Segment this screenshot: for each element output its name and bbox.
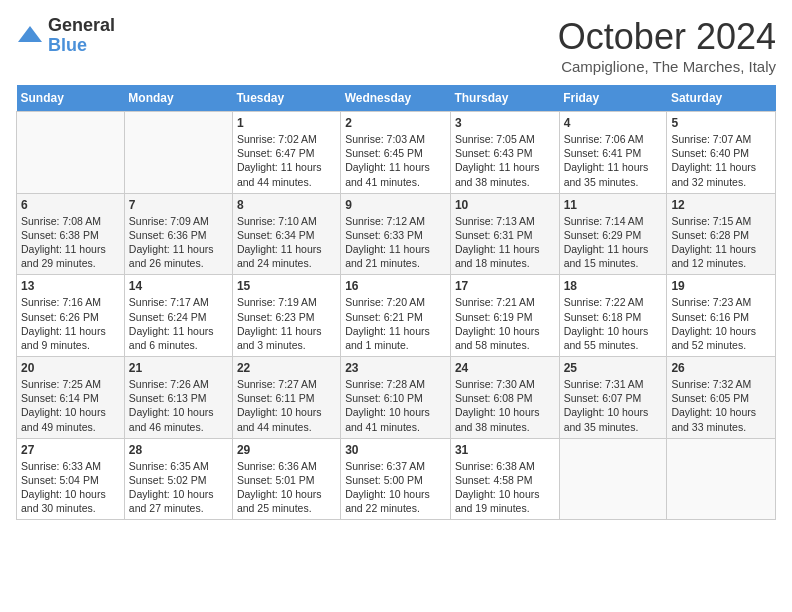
day-number: 28 <box>129 443 228 457</box>
day-info: Sunrise: 7:12 AM Sunset: 6:33 PM Dayligh… <box>345 214 446 271</box>
calendar-cell: 16Sunrise: 7:20 AM Sunset: 6:21 PM Dayli… <box>341 275 451 357</box>
calendar-cell: 27Sunrise: 6:33 AM Sunset: 5:04 PM Dayli… <box>17 438 125 520</box>
day-number: 9 <box>345 198 446 212</box>
day-number: 12 <box>671 198 771 212</box>
day-number: 11 <box>564 198 663 212</box>
day-number: 10 <box>455 198 555 212</box>
day-info: Sunrise: 7:07 AM Sunset: 6:40 PM Dayligh… <box>671 132 771 189</box>
day-number: 22 <box>237 361 336 375</box>
calendar-cell: 13Sunrise: 7:16 AM Sunset: 6:26 PM Dayli… <box>17 275 125 357</box>
day-info: Sunrise: 7:08 AM Sunset: 6:38 PM Dayligh… <box>21 214 120 271</box>
day-info: Sunrise: 7:14 AM Sunset: 6:29 PM Dayligh… <box>564 214 663 271</box>
calendar-cell: 26Sunrise: 7:32 AM Sunset: 6:05 PM Dayli… <box>667 357 776 439</box>
calendar-cell: 25Sunrise: 7:31 AM Sunset: 6:07 PM Dayli… <box>559 357 667 439</box>
calendar-cell: 15Sunrise: 7:19 AM Sunset: 6:23 PM Dayli… <box>232 275 340 357</box>
location: Campiglione, The Marches, Italy <box>558 58 776 75</box>
day-number: 31 <box>455 443 555 457</box>
day-info: Sunrise: 7:28 AM Sunset: 6:10 PM Dayligh… <box>345 377 446 434</box>
day-number: 18 <box>564 279 663 293</box>
calendar-cell: 19Sunrise: 7:23 AM Sunset: 6:16 PM Dayli… <box>667 275 776 357</box>
calendar-week-row: 13Sunrise: 7:16 AM Sunset: 6:26 PM Dayli… <box>17 275 776 357</box>
day-info: Sunrise: 7:20 AM Sunset: 6:21 PM Dayligh… <box>345 295 446 352</box>
svg-marker-0 <box>18 26 42 42</box>
day-number: 3 <box>455 116 555 130</box>
logo: General Blue <box>16 16 115 56</box>
col-header-sunday: Sunday <box>17 85 125 112</box>
calendar-cell: 22Sunrise: 7:27 AM Sunset: 6:11 PM Dayli… <box>232 357 340 439</box>
day-info: Sunrise: 6:36 AM Sunset: 5:01 PM Dayligh… <box>237 459 336 516</box>
day-number: 29 <box>237 443 336 457</box>
calendar-cell: 14Sunrise: 7:17 AM Sunset: 6:24 PM Dayli… <box>124 275 232 357</box>
month-title: October 2024 <box>558 16 776 58</box>
calendar-week-row: 27Sunrise: 6:33 AM Sunset: 5:04 PM Dayli… <box>17 438 776 520</box>
calendar-table: SundayMondayTuesdayWednesdayThursdayFrid… <box>16 85 776 520</box>
col-header-friday: Friday <box>559 85 667 112</box>
day-number: 1 <box>237 116 336 130</box>
day-info: Sunrise: 7:05 AM Sunset: 6:43 PM Dayligh… <box>455 132 555 189</box>
col-header-thursday: Thursday <box>450 85 559 112</box>
calendar-cell: 3Sunrise: 7:05 AM Sunset: 6:43 PM Daylig… <box>450 112 559 194</box>
title-section: October 2024 Campiglione, The Marches, I… <box>558 16 776 75</box>
col-header-wednesday: Wednesday <box>341 85 451 112</box>
day-info: Sunrise: 7:13 AM Sunset: 6:31 PM Dayligh… <box>455 214 555 271</box>
calendar-cell: 17Sunrise: 7:21 AM Sunset: 6:19 PM Dayli… <box>450 275 559 357</box>
day-number: 5 <box>671 116 771 130</box>
calendar-header-row: SundayMondayTuesdayWednesdayThursdayFrid… <box>17 85 776 112</box>
day-info: Sunrise: 7:26 AM Sunset: 6:13 PM Dayligh… <box>129 377 228 434</box>
calendar-cell: 6Sunrise: 7:08 AM Sunset: 6:38 PM Daylig… <box>17 193 125 275</box>
day-info: Sunrise: 6:33 AM Sunset: 5:04 PM Dayligh… <box>21 459 120 516</box>
day-number: 6 <box>21 198 120 212</box>
day-info: Sunrise: 7:02 AM Sunset: 6:47 PM Dayligh… <box>237 132 336 189</box>
day-number: 19 <box>671 279 771 293</box>
day-number: 15 <box>237 279 336 293</box>
day-info: Sunrise: 7:10 AM Sunset: 6:34 PM Dayligh… <box>237 214 336 271</box>
day-number: 26 <box>671 361 771 375</box>
calendar-cell <box>17 112 125 194</box>
calendar-cell: 8Sunrise: 7:10 AM Sunset: 6:34 PM Daylig… <box>232 193 340 275</box>
day-info: Sunrise: 7:17 AM Sunset: 6:24 PM Dayligh… <box>129 295 228 352</box>
day-info: Sunrise: 7:30 AM Sunset: 6:08 PM Dayligh… <box>455 377 555 434</box>
calendar-cell: 31Sunrise: 6:38 AM Sunset: 4:58 PM Dayli… <box>450 438 559 520</box>
calendar-cell: 23Sunrise: 7:28 AM Sunset: 6:10 PM Dayli… <box>341 357 451 439</box>
calendar-week-row: 20Sunrise: 7:25 AM Sunset: 6:14 PM Dayli… <box>17 357 776 439</box>
day-info: Sunrise: 7:16 AM Sunset: 6:26 PM Dayligh… <box>21 295 120 352</box>
day-info: Sunrise: 7:09 AM Sunset: 6:36 PM Dayligh… <box>129 214 228 271</box>
col-header-tuesday: Tuesday <box>232 85 340 112</box>
calendar-cell: 2Sunrise: 7:03 AM Sunset: 6:45 PM Daylig… <box>341 112 451 194</box>
day-info: Sunrise: 7:31 AM Sunset: 6:07 PM Dayligh… <box>564 377 663 434</box>
day-number: 25 <box>564 361 663 375</box>
day-info: Sunrise: 6:35 AM Sunset: 5:02 PM Dayligh… <box>129 459 228 516</box>
day-info: Sunrise: 6:38 AM Sunset: 4:58 PM Dayligh… <box>455 459 555 516</box>
day-number: 20 <box>21 361 120 375</box>
calendar-cell: 1Sunrise: 7:02 AM Sunset: 6:47 PM Daylig… <box>232 112 340 194</box>
calendar-cell <box>559 438 667 520</box>
calendar-cell <box>667 438 776 520</box>
day-info: Sunrise: 7:22 AM Sunset: 6:18 PM Dayligh… <box>564 295 663 352</box>
day-info: Sunrise: 7:25 AM Sunset: 6:14 PM Dayligh… <box>21 377 120 434</box>
day-number: 2 <box>345 116 446 130</box>
day-info: Sunrise: 7:23 AM Sunset: 6:16 PM Dayligh… <box>671 295 771 352</box>
calendar-cell: 29Sunrise: 6:36 AM Sunset: 5:01 PM Dayli… <box>232 438 340 520</box>
calendar-cell: 12Sunrise: 7:15 AM Sunset: 6:28 PM Dayli… <box>667 193 776 275</box>
calendar-cell: 30Sunrise: 6:37 AM Sunset: 5:00 PM Dayli… <box>341 438 451 520</box>
day-info: Sunrise: 7:32 AM Sunset: 6:05 PM Dayligh… <box>671 377 771 434</box>
day-info: Sunrise: 7:21 AM Sunset: 6:19 PM Dayligh… <box>455 295 555 352</box>
calendar-cell: 18Sunrise: 7:22 AM Sunset: 6:18 PM Dayli… <box>559 275 667 357</box>
day-number: 23 <box>345 361 446 375</box>
calendar-cell: 7Sunrise: 7:09 AM Sunset: 6:36 PM Daylig… <box>124 193 232 275</box>
day-number: 7 <box>129 198 228 212</box>
calendar-cell: 21Sunrise: 7:26 AM Sunset: 6:13 PM Dayli… <box>124 357 232 439</box>
page-header: General Blue October 2024 Campiglione, T… <box>16 16 776 75</box>
col-header-saturday: Saturday <box>667 85 776 112</box>
day-number: 13 <box>21 279 120 293</box>
calendar-cell: 28Sunrise: 6:35 AM Sunset: 5:02 PM Dayli… <box>124 438 232 520</box>
day-number: 30 <box>345 443 446 457</box>
calendar-cell <box>124 112 232 194</box>
day-info: Sunrise: 7:03 AM Sunset: 6:45 PM Dayligh… <box>345 132 446 189</box>
day-number: 24 <box>455 361 555 375</box>
day-info: Sunrise: 7:15 AM Sunset: 6:28 PM Dayligh… <box>671 214 771 271</box>
col-header-monday: Monday <box>124 85 232 112</box>
logo-blue: Blue <box>48 36 115 56</box>
calendar-week-row: 6Sunrise: 7:08 AM Sunset: 6:38 PM Daylig… <box>17 193 776 275</box>
calendar-cell: 11Sunrise: 7:14 AM Sunset: 6:29 PM Dayli… <box>559 193 667 275</box>
